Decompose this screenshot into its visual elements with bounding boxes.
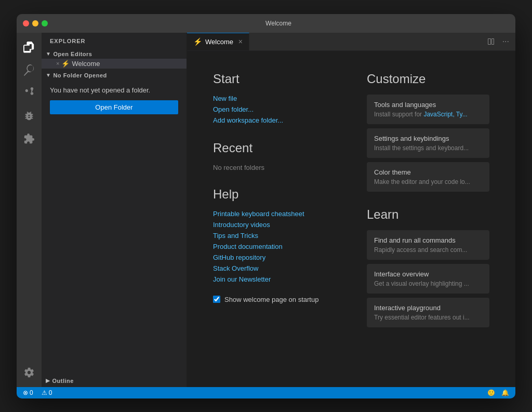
interface-overview-card[interactable]: Interface overview Get a visual overlay …	[367, 264, 489, 294]
bell-icon: 🔔	[501, 389, 509, 396]
welcome-editor-label: Welcome	[72, 60, 100, 68]
open-folder-button[interactable]: Open Folder	[50, 100, 178, 114]
settings-activity-icon[interactable]	[19, 362, 39, 383]
welcome-content: Start New file Open folder... Add worksp…	[187, 51, 515, 387]
no-folder-message: You have not yet opened a folder.	[50, 86, 178, 94]
welcome-tab-label: Welcome	[205, 38, 233, 46]
show-welcome-checkbox[interactable]	[213, 296, 220, 303]
no-folder-section: ▼ No Folder Opened You have not yet open…	[42, 70, 187, 122]
window-title: Welcome	[48, 20, 509, 27]
recent-empty-text: No recent folders	[213, 164, 336, 171]
main-layout: Explorer ▼ Open Editors × ⚡ Welcome ▼ No…	[17, 33, 515, 387]
vscode-file-icon: ⚡	[61, 60, 70, 68]
status-bar: ⊗ 0 ⚠ 0 🙂 🔔	[17, 387, 515, 398]
tools-languages-desc: Install support for JavaScript, Ty...	[374, 111, 482, 118]
titlebar: Welcome	[17, 14, 515, 33]
open-editors-section: ▼ Open Editors × ⚡ Welcome	[42, 48, 187, 70]
product-docs-link[interactable]: Product documentation	[213, 243, 336, 250]
interface-overview-desc: Get a visual overlay highlighting ...	[374, 280, 482, 287]
welcome-tab-icon: ⚡	[193, 37, 202, 46]
show-welcome-label[interactable]: Show welcome page on startup	[224, 296, 318, 303]
color-theme-desc: Make the editor and your code lo...	[374, 178, 482, 185]
tools-languages-highlight: JavaScript, Ty...	[423, 111, 467, 118]
close-editor-icon[interactable]: ×	[56, 60, 59, 67]
show-welcome-checkbox-row: Show welcome page on startup	[213, 296, 336, 312]
find-commands-title: Find and run all commands	[374, 236, 482, 244]
warning-count: 0	[49, 389, 52, 396]
notification-status-item[interactable]: 🔔	[499, 389, 511, 396]
open-editors-chevron: ▼	[46, 51, 51, 57]
newsletter-link[interactable]: Join our Newsletter	[213, 275, 336, 283]
split-editor-action[interactable]	[485, 36, 497, 47]
settings-keybindings-title: Settings and keybindings	[374, 135, 482, 142]
start-heading: Start	[213, 72, 336, 86]
github-repo-link[interactable]: GitHub repository	[213, 254, 336, 261]
open-editors-label: Open Editors	[53, 51, 92, 57]
stack-overflow-link[interactable]: Stack Overflow	[213, 264, 336, 272]
no-folder-title[interactable]: ▼ No Folder Opened	[42, 71, 187, 80]
extensions-activity-icon[interactable]	[19, 128, 39, 149]
debug-activity-icon[interactable]	[19, 105, 39, 126]
find-commands-desc: Rapidly access and search com...	[374, 246, 482, 254]
error-status-item[interactable]: ⊗ 0	[21, 389, 35, 396]
warning-icon: ⚠	[42, 389, 47, 396]
status-left: ⊗ 0 ⚠ 0	[21, 389, 54, 396]
error-icon: ⊗	[23, 389, 28, 396]
sidebar: Explorer ▼ Open Editors × ⚡ Welcome ▼ No…	[42, 33, 187, 387]
tools-languages-card[interactable]: Tools and languages Install support for …	[367, 95, 489, 124]
tools-languages-title: Tools and languages	[374, 101, 482, 109]
recent-heading: Recent	[213, 141, 336, 155]
interface-overview-title: Interface overview	[374, 270, 482, 278]
window-controls	[23, 20, 48, 26]
welcome-editor-item[interactable]: × ⚡ Welcome	[42, 59, 187, 69]
find-commands-card[interactable]: Find and run all commands Rapidly access…	[367, 230, 489, 260]
status-right: 🙂 🔔	[485, 389, 511, 396]
keyboard-cheatsheet-link[interactable]: Printable keyboard cheatsheet	[213, 210, 336, 218]
source-control-activity-icon[interactable]	[19, 83, 39, 103]
welcome-tab-close[interactable]: ×	[238, 37, 243, 46]
no-folder-label: No Folder Opened	[53, 72, 107, 78]
welcome-right: Customize Tools and languages Install su…	[367, 72, 489, 366]
introductory-videos-link[interactable]: Introductory videos	[213, 221, 336, 229]
sidebar-bottom: ▶ Outline	[42, 375, 187, 387]
help-section: Help Printable keyboard cheatsheet Intro…	[213, 187, 336, 283]
settings-keybindings-card[interactable]: Settings and keybindings Install the set…	[367, 128, 489, 158]
outline-chevron: ▶	[46, 378, 50, 383]
settings-keybindings-desc: Install the settings and keyboard...	[374, 144, 482, 152]
color-theme-title: Color theme	[374, 168, 482, 176]
learn-section: Learn Find and run all commands Rapidly …	[367, 207, 489, 327]
open-folder-link[interactable]: Open folder...	[213, 105, 336, 113]
activity-bar	[17, 33, 42, 387]
no-folder-content: You have not yet opened a folder. Open F…	[42, 80, 187, 121]
no-folder-chevron: ▼	[46, 72, 51, 78]
color-theme-card[interactable]: Color theme Make the editor and your cod…	[367, 162, 489, 192]
editor-area: ⚡ Welcome × ···	[187, 33, 515, 387]
welcome-left: Start New file Open folder... Add worksp…	[213, 72, 336, 366]
emoji-status-item[interactable]: 🙂	[485, 389, 497, 396]
open-editors-title[interactable]: ▼ Open Editors	[42, 49, 187, 59]
emoji-icon: 🙂	[487, 389, 495, 396]
more-actions[interactable]: ···	[500, 36, 511, 47]
outline-section[interactable]: ▶ Outline	[42, 375, 187, 387]
tab-bar-actions: ···	[481, 33, 515, 50]
tools-languages-desc-text: Install support for	[374, 111, 423, 118]
maximize-dot[interactable]	[42, 20, 48, 26]
customize-heading: Customize	[367, 72, 489, 86]
customize-section: Customize Tools and languages Install su…	[367, 72, 489, 192]
interactive-playground-desc: Try essential editor features out i...	[374, 314, 482, 321]
interactive-playground-card[interactable]: Interactive playground Try essential edi…	[367, 298, 489, 327]
tips-tricks-link[interactable]: Tips and Tricks	[213, 232, 336, 240]
outline-label: Outline	[52, 378, 74, 384]
error-count: 0	[30, 389, 33, 396]
recent-section: Recent No recent folders	[213, 141, 336, 171]
warning-status-item[interactable]: ⚠ 0	[39, 389, 55, 396]
help-heading: Help	[213, 187, 336, 202]
add-workspace-link[interactable]: Add workspace folder...	[213, 116, 336, 124]
explorer-activity-icon[interactable]	[19, 37, 39, 58]
new-file-link[interactable]: New file	[213, 95, 336, 102]
minimize-dot[interactable]	[32, 20, 38, 26]
welcome-tab[interactable]: ⚡ Welcome ×	[187, 33, 249, 50]
search-activity-icon[interactable]	[19, 60, 39, 81]
close-dot[interactable]	[23, 20, 29, 26]
interactive-playground-title: Interactive playground	[374, 304, 482, 312]
